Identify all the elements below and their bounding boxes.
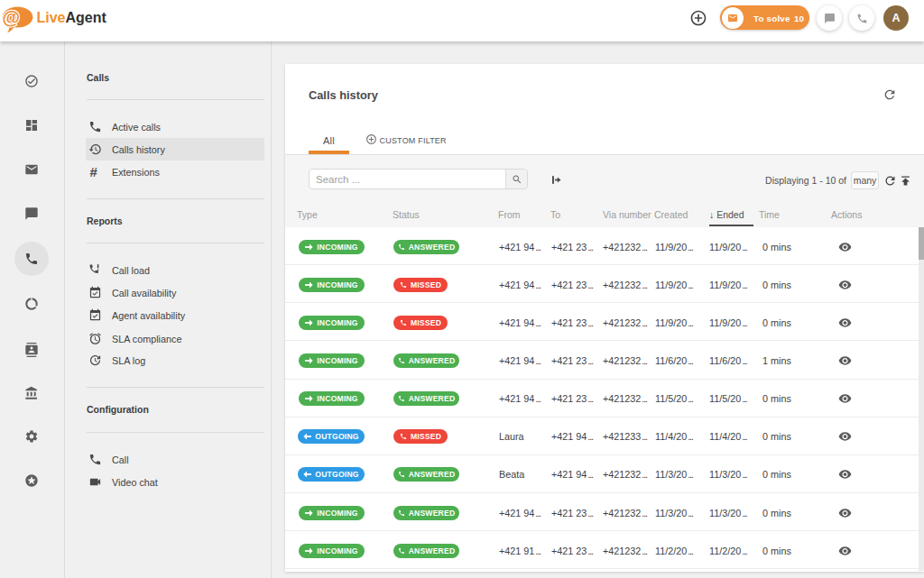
svg-text:@: @ <box>2 7 20 27</box>
svg-text:LiveAgent: LiveAgent <box>37 10 107 25</box>
